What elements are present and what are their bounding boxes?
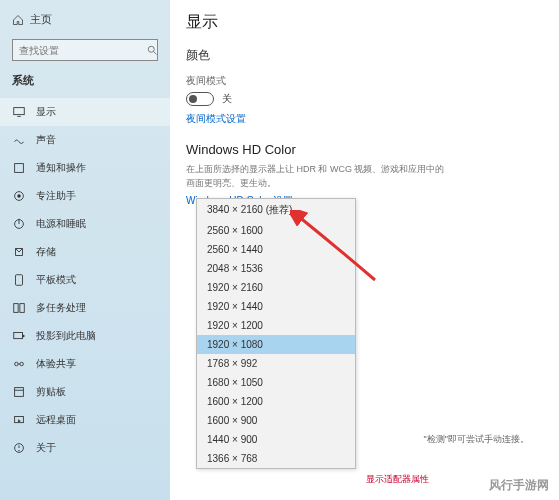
resolution-option[interactable]: 1680 × 1050 — [197, 373, 355, 392]
resolution-option[interactable]: 3840 × 2160 (推荐) — [197, 199, 355, 221]
nav-icon — [12, 189, 26, 203]
svg-point-6 — [17, 194, 21, 198]
nav-label: 存储 — [36, 245, 56, 259]
nav-list: 显示声音通知和操作专注助手电源和睡眠存储平板模式多任务处理投影到此电脑体验共享剪… — [0, 98, 170, 462]
nav-label: 多任务处理 — [36, 301, 86, 315]
sidebar-item-11[interactable]: 远程桌面 — [0, 406, 170, 434]
svg-line-1 — [154, 52, 157, 55]
night-mode-settings-link[interactable]: 夜间模式设置 — [186, 112, 543, 126]
svg-point-14 — [20, 362, 24, 366]
nav-label: 电源和睡眠 — [36, 217, 86, 231]
nav-icon — [12, 245, 26, 259]
nav-icon — [12, 329, 26, 343]
nav-label: 投影到此电脑 — [36, 329, 96, 343]
nav-label: 远程桌面 — [36, 413, 76, 427]
resolution-option[interactable]: 1920 × 1440 — [197, 297, 355, 316]
sidebar-category: 系统 — [0, 69, 170, 92]
home-link[interactable]: 主页 — [0, 8, 170, 31]
search-input[interactable] — [19, 45, 146, 56]
nav-icon — [12, 385, 26, 399]
svg-rect-12 — [14, 333, 23, 339]
sidebar-item-0[interactable]: 显示 — [0, 98, 170, 126]
adapter-link[interactable]: 显示适配器属性 — [366, 473, 429, 486]
nav-label: 通知和操作 — [36, 161, 86, 175]
sidebar-item-3[interactable]: 专注助手 — [0, 182, 170, 210]
sidebar-item-5[interactable]: 存储 — [0, 238, 170, 266]
toggle-state: 关 — [222, 92, 232, 106]
resolution-option[interactable]: 1600 × 1200 — [197, 392, 355, 411]
resolution-option[interactable]: 1366 × 768 — [197, 449, 355, 468]
svg-rect-4 — [15, 164, 24, 173]
resolution-option[interactable]: 2560 × 1600 — [197, 221, 355, 240]
svg-rect-11 — [20, 304, 24, 313]
resolution-dropdown[interactable]: 3840 × 2160 (推荐)2560 × 16002560 × 144020… — [196, 198, 356, 469]
nav-label: 专注助手 — [36, 189, 76, 203]
nav-icon — [12, 357, 26, 371]
watermark: 风行手游网 — [489, 477, 549, 494]
resolution-option[interactable]: 1920 × 1200 — [197, 316, 355, 335]
nav-icon — [12, 161, 26, 175]
nav-label: 声音 — [36, 133, 56, 147]
resolution-option[interactable]: 2560 × 1440 — [197, 240, 355, 259]
svg-rect-10 — [14, 304, 18, 313]
sidebar-item-9[interactable]: 体验共享 — [0, 350, 170, 378]
svg-rect-16 — [15, 388, 24, 397]
nav-label: 剪贴板 — [36, 385, 66, 399]
resolution-option[interactable]: 1768 × 992 — [197, 354, 355, 373]
resolution-option[interactable]: 1440 × 900 — [197, 430, 355, 449]
night-mode-toggle[interactable] — [186, 92, 214, 106]
page-title: 显示 — [186, 12, 543, 33]
sidebar-item-2[interactable]: 通知和操作 — [0, 154, 170, 182]
sidebar-item-1[interactable]: 声音 — [0, 126, 170, 154]
resolution-option[interactable]: 1920 × 1080 — [197, 335, 355, 354]
svg-point-21 — [18, 450, 19, 451]
sidebar-item-7[interactable]: 多任务处理 — [0, 294, 170, 322]
sidebar-item-4[interactable]: 电源和睡眠 — [0, 210, 170, 238]
nav-label: 关于 — [36, 441, 56, 455]
nav-icon — [12, 105, 26, 119]
home-icon — [12, 14, 24, 26]
nav-icon — [12, 133, 26, 147]
nav-icon — [12, 301, 26, 315]
nav-label: 显示 — [36, 105, 56, 119]
svg-rect-9 — [16, 275, 23, 286]
nav-icon — [12, 441, 26, 455]
nav-icon — [12, 273, 26, 287]
svg-point-0 — [148, 46, 154, 52]
resolution-option[interactable]: 1920 × 2160 — [197, 278, 355, 297]
nav-label: 平板模式 — [36, 273, 76, 287]
night-mode-toggle-row: 关 — [186, 92, 543, 106]
hdr-description: 在上面所选择的显示器上让 HDR 和 WCG 视频、游戏和应用中的画面更明亮、更… — [186, 163, 446, 190]
svg-rect-2 — [14, 108, 25, 115]
home-label: 主页 — [30, 12, 52, 27]
resolution-option[interactable]: 1600 × 900 — [197, 411, 355, 430]
night-mode-label: 夜间模式 — [186, 74, 543, 88]
sidebar: 主页 系统 显示声音通知和操作专注助手电源和睡眠存储平板模式多任务处理投影到此电… — [0, 0, 170, 500]
hdr-title: Windows HD Color — [186, 142, 543, 157]
search-icon — [146, 44, 158, 56]
search-box[interactable] — [12, 39, 158, 61]
nav-icon — [12, 217, 26, 231]
sidebar-item-8[interactable]: 投影到此电脑 — [0, 322, 170, 350]
nav-icon — [12, 413, 26, 427]
sidebar-item-10[interactable]: 剪贴板 — [0, 378, 170, 406]
detect-hint: "检测"即可尝试手动连接。 — [424, 433, 529, 446]
sidebar-item-6[interactable]: 平板模式 — [0, 266, 170, 294]
svg-point-13 — [15, 362, 19, 366]
resolution-option[interactable]: 2048 × 1536 — [197, 259, 355, 278]
color-section-title: 颜色 — [186, 47, 543, 64]
sidebar-item-12[interactable]: 关于 — [0, 434, 170, 462]
nav-label: 体验共享 — [36, 357, 76, 371]
